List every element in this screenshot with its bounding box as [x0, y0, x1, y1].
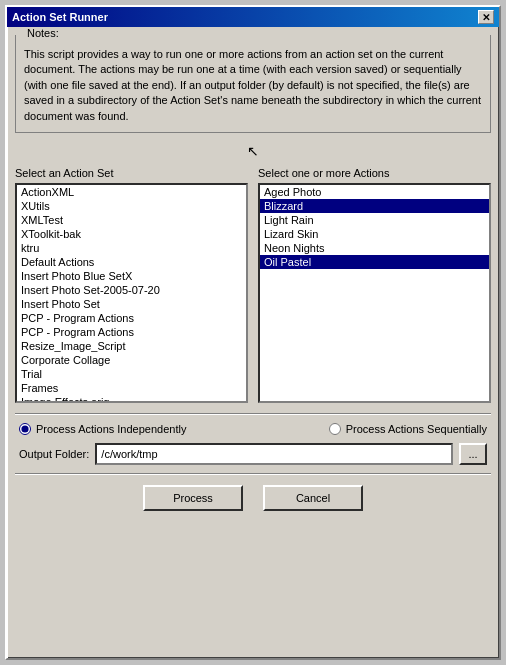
- radio-group: Process Actions Independently Process Ac…: [15, 423, 491, 435]
- window-title: Action Set Runner: [12, 11, 108, 23]
- list-item[interactable]: Neon Nights: [260, 241, 489, 255]
- list-item[interactable]: PCP - Program Actions: [17, 325, 246, 339]
- output-folder-row: Output Folder: ...: [19, 443, 487, 465]
- notes-group: Notes: This script provides a way to run…: [15, 35, 491, 133]
- output-label: Output Folder:: [19, 448, 89, 460]
- list-item[interactable]: Corporate Collage: [17, 353, 246, 367]
- button-row: Process Cancel: [15, 485, 491, 519]
- main-panels: Select an Action Set ActionXML XUtils XM…: [15, 167, 491, 403]
- cursor-icon: ↖: [247, 143, 259, 159]
- list-item[interactable]: Light Rain: [260, 213, 489, 227]
- actions-panel: Select one or more Actions Aged Photo Bl…: [258, 167, 491, 403]
- output-input[interactable]: [95, 443, 453, 465]
- list-item[interactable]: Lizard Skin: [260, 227, 489, 241]
- radio-independently[interactable]: Process Actions Independently: [19, 423, 186, 435]
- list-item[interactable]: ktru: [17, 241, 246, 255]
- list-item[interactable]: Insert Photo Set: [17, 297, 246, 311]
- title-bar: Action Set Runner ✕: [7, 7, 499, 27]
- action-set-label: Select an Action Set: [15, 167, 248, 179]
- list-item[interactable]: Trial: [17, 367, 246, 381]
- divider: [15, 413, 491, 415]
- list-item[interactable]: Frames: [17, 381, 246, 395]
- action-set-panel: Select an Action Set ActionXML XUtils XM…: [15, 167, 248, 403]
- action-set-list[interactable]: ActionXML XUtils XMLTest XToolkit-bak kt…: [17, 185, 246, 401]
- notes-label: Notes:: [24, 27, 62, 39]
- list-item[interactable]: PCP - Program Actions: [17, 311, 246, 325]
- divider-2: [15, 473, 491, 475]
- action-set-listbox[interactable]: ActionXML XUtils XMLTest XToolkit-bak kt…: [15, 183, 248, 403]
- actions-list[interactable]: Aged Photo Blizzard Light Rain Lizard Sk…: [260, 185, 489, 401]
- actions-listbox[interactable]: Aged Photo Blizzard Light Rain Lizard Sk…: [258, 183, 491, 403]
- main-window: Action Set Runner ✕ Notes: This script p…: [5, 5, 501, 660]
- list-item[interactable]: Aged Photo: [260, 185, 489, 199]
- list-item[interactable]: Default Actions: [17, 255, 246, 269]
- list-item[interactable]: Image Effects orig: [17, 395, 246, 401]
- list-item[interactable]: XMLTest: [17, 213, 246, 227]
- browse-button[interactable]: ...: [459, 443, 487, 465]
- radio-independently-label: Process Actions Independently: [36, 423, 186, 435]
- close-button[interactable]: ✕: [478, 10, 494, 24]
- list-item[interactable]: ActionXML: [17, 185, 246, 199]
- list-item[interactable]: XToolkit-bak: [17, 227, 246, 241]
- radio-sequentially-label: Process Actions Sequentially: [346, 423, 487, 435]
- radio-independently-input[interactable]: [19, 423, 31, 435]
- list-item[interactable]: XUtils: [17, 199, 246, 213]
- process-button[interactable]: Process: [143, 485, 243, 511]
- notes-text: This script provides a way to run one or…: [24, 47, 482, 124]
- radio-sequentially-input[interactable]: [329, 423, 341, 435]
- list-item[interactable]: Resize_Image_Script: [17, 339, 246, 353]
- radio-sequentially[interactable]: Process Actions Sequentially: [329, 423, 487, 435]
- list-item[interactable]: Insert Photo Blue SetX: [17, 269, 246, 283]
- cursor-area: ↖: [15, 143, 491, 159]
- list-item[interactable]: Blizzard: [260, 199, 489, 213]
- cancel-button[interactable]: Cancel: [263, 485, 363, 511]
- list-item[interactable]: Oil Pastel: [260, 255, 489, 269]
- actions-label: Select one or more Actions: [258, 167, 491, 179]
- list-item[interactable]: Insert Photo Set-2005-07-20: [17, 283, 246, 297]
